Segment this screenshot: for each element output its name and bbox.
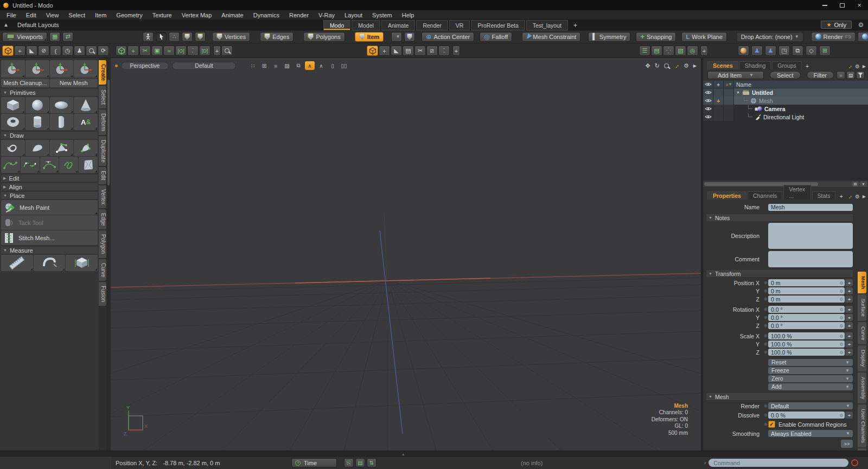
pan-icon[interactable]: ✥: [646, 62, 650, 69]
material-mode-button[interactable]: ▼: [391, 32, 402, 42]
list-filter-button[interactable]: [856, 71, 865, 79]
reset-button[interactable]: Reset▼: [768, 359, 853, 366]
comment-field[interactable]: [768, 251, 853, 267]
gl-dots-button[interactable]: ⁚: [438, 46, 450, 56]
add-scene-tab-button[interactable]: +: [803, 63, 812, 69]
rotation-z-field[interactable]: 0.0 °: [768, 322, 845, 329]
visibility-eye-button[interactable]: [703, 97, 713, 105]
render-dropdown[interactable]: Default▼: [768, 402, 853, 409]
ptag-mode-button[interactable]: [404, 32, 415, 42]
expand-panel-icon[interactable]: ↔: [845, 62, 853, 70]
sidebar-tab-curve[interactable]: Curve: [99, 259, 106, 281]
sidebar-tab-deform[interactable]: Deform: [99, 110, 106, 135]
position-y-field[interactable]: 0 m: [768, 287, 845, 294]
range-button[interactable]: ▤: [355, 458, 365, 467]
patch-tool-button[interactable]: [25, 140, 49, 156]
move-gizmo-button[interactable]: [25, 60, 49, 78]
side-tab-curve[interactable]: Curve: [858, 322, 866, 344]
channel-dot[interactable]: [764, 350, 768, 354]
side-tab-assembly[interactable]: Assembly: [858, 372, 866, 403]
position-x-stepper[interactable]: ◂▸: [845, 279, 853, 286]
pen-tool-button[interactable]: [74, 140, 98, 156]
menu-file[interactable]: File: [2, 10, 21, 20]
primitive-sphere-button[interactable]: [25, 97, 49, 113]
layout-tab-render[interactable]: Render: [416, 20, 448, 30]
menu-item[interactable]: Item: [90, 10, 111, 20]
dissolve-stepper[interactable]: ◂▸: [845, 412, 853, 419]
rotation-z-stepper[interactable]: ◂▸: [845, 322, 853, 329]
panel-menu-arrow-icon[interactable]: ▶: [863, 194, 866, 199]
rotate-gizmo-button[interactable]: [50, 60, 74, 78]
orbit-icon[interactable]: ↻: [655, 62, 660, 69]
scale-y-field[interactable]: 100.0 %: [768, 340, 845, 348]
polygon-pen-tool-button[interactable]: [50, 140, 74, 156]
rotate-tool-button[interactable]: ⊘: [38, 46, 49, 56]
channel-dot[interactable]: [764, 404, 768, 408]
list-detail-button[interactable]: ▤: [846, 71, 855, 79]
add-cell[interactable]: +: [713, 97, 724, 105]
mesh-paint-button[interactable]: Mesh Paint: [1, 200, 98, 215]
item-name[interactable]: Untitled: [752, 89, 773, 96]
menu-view[interactable]: View: [41, 10, 64, 20]
time-button[interactable]: Time: [291, 458, 337, 467]
stamp-tool-button[interactable]: ♟: [74, 46, 85, 56]
visibility-column-header[interactable]: [703, 81, 713, 88]
select-cursor-button[interactable]: [156, 32, 167, 42]
default-layouts-label[interactable]: Default Layouts: [17, 22, 59, 28]
tab-properties[interactable]: Properties: [707, 191, 746, 200]
bend-tool-button[interactable]: (: [50, 46, 61, 56]
notes-section-header[interactable]: ▼ Notes: [706, 214, 853, 221]
solid-square-icon[interactable]: ■: [271, 61, 280, 70]
cube-pencil-button[interactable]: ◳: [778, 46, 790, 56]
description-field[interactable]: [768, 223, 853, 249]
place-section-header[interactable]: ▼ Place: [1, 192, 98, 199]
transform-tool-button[interactable]: ◣: [26, 46, 37, 56]
panel-gear-icon[interactable]: ⚙: [855, 194, 860, 200]
tab-groups[interactable]: Groups: [772, 61, 801, 69]
sidebar-tab-vertex[interactable]: Vertex: [99, 185, 106, 208]
primitive-cube-button[interactable]: [1, 97, 25, 113]
visibility-eye-button[interactable]: [703, 113, 713, 121]
side-tab-user-channels[interactable]: User Channels: [858, 404, 866, 447]
blue-item-button-2[interactable]: ♟: [765, 46, 776, 56]
scale-gizmo-button[interactable]: [74, 60, 98, 78]
ruler-tool-button[interactable]: [1, 255, 33, 271]
layout-tab-modo[interactable]: Modo: [323, 20, 350, 30]
select-figure-button[interactable]: [143, 32, 154, 42]
blue-item-button-1[interactable]: ♟: [751, 46, 763, 56]
side-tab-display[interactable]: Display: [858, 345, 866, 371]
channel-dot[interactable]: [764, 297, 768, 301]
sketch-tool-button[interactable]: [21, 157, 40, 173]
menu-select[interactable]: Select: [63, 10, 90, 20]
panel-menu-arrow-icon[interactable]: ▶: [863, 64, 866, 69]
more-options-button[interactable]: >>: [841, 440, 853, 448]
menu-dynamics[interactable]: Dynamics: [248, 10, 284, 20]
action-center-button[interactable]: ⊕ Action Center: [422, 32, 474, 42]
tab-scenes[interactable]: Scenes: [707, 61, 738, 69]
maximize-viewport-icon[interactable]: ↔: [672, 61, 680, 70]
layout-tab-vr[interactable]: VR: [449, 20, 470, 30]
select-button[interactable]: Select: [770, 71, 801, 79]
channel-dot[interactable]: [764, 334, 768, 338]
d-bracket-button[interactable]: [D]: [199, 46, 210, 56]
vertices-mode-button[interactable]: Vertices: [212, 32, 250, 42]
menu-vertex-map[interactable]: Vertex Map: [177, 10, 217, 20]
cut-tool-button[interactable]: ✂: [139, 46, 151, 56]
mesh-constraint-button[interactable]: Mesh Constraint: [522, 32, 580, 42]
layout-gear-button[interactable]: ⚙: [856, 21, 866, 29]
scale-y-stepper[interactable]: ◂▸: [845, 340, 853, 348]
primitive-capsule-button[interactable]: [50, 114, 74, 130]
box-select-button[interactable]: ▣: [151, 46, 163, 56]
viewport-3d[interactable]: Perspective Default ∷ ⊞ ■ ▨ ⧉ ∧ ∧ ▯ ▯▯ ✥…: [111, 58, 701, 451]
add-cell[interactable]: [713, 105, 724, 113]
viewport-layout-button[interactable]: ▦: [49, 32, 60, 42]
position-y-stepper[interactable]: ◂▸: [845, 287, 853, 294]
transform-gizmo-button[interactable]: [1, 60, 25, 78]
visibility-eye-button[interactable]: [703, 88, 713, 97]
edges-mode-button[interactable]: Edges: [260, 32, 293, 42]
rotation-x-field[interactable]: 0.0 °: [768, 306, 845, 313]
tool-search-button[interactable]: [221, 46, 233, 56]
viewport-swap-button[interactable]: ⇄: [62, 32, 73, 42]
playback-options-button[interactable]: ⇅: [367, 458, 376, 467]
layout-tab-animate[interactable]: Animate: [381, 20, 416, 30]
